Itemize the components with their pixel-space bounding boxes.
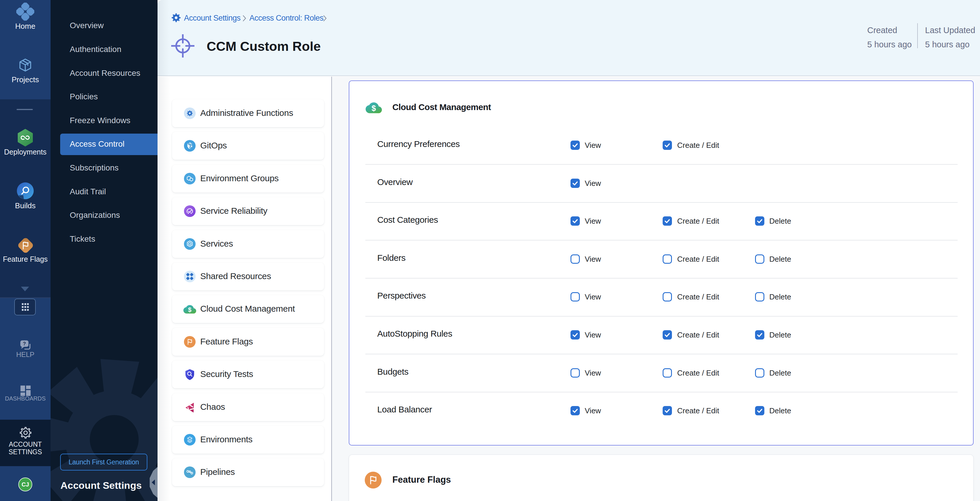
svg-text:$: $ — [188, 306, 191, 313]
svg-text:$: $ — [372, 104, 376, 113]
svg-text:?: ? — [23, 341, 26, 347]
